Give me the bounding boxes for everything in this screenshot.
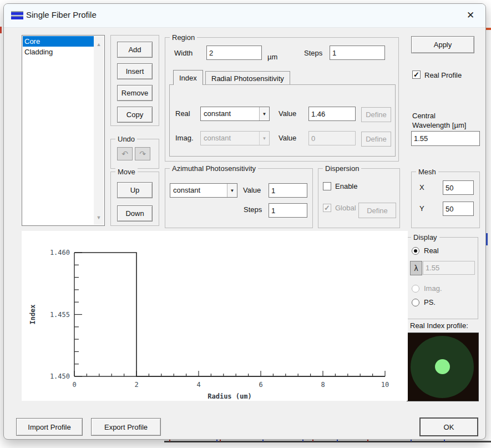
- real-value-label: Value: [279, 109, 296, 118]
- copy-button[interactable]: Copy: [117, 107, 153, 123]
- azimuthal-group-label: Azimuthal Photosensitivity: [170, 164, 258, 173]
- lambda-button[interactable]: λ: [410, 261, 422, 275]
- redo-button[interactable]: ↷: [135, 147, 150, 160]
- mesh-x-label: X: [419, 183, 424, 192]
- azimuthal-steps-input[interactable]: [269, 203, 307, 218]
- steps-label: Steps: [304, 49, 322, 57]
- layer-list: Core Cladding ▲ ▼: [22, 35, 105, 226]
- svg-text:1.450: 1.450: [50, 373, 70, 380]
- dispersion-group-label: Dispersion: [323, 164, 361, 173]
- list-item[interactable]: Cladding: [23, 47, 96, 57]
- mesh-x-input[interactable]: [443, 180, 474, 195]
- import-profile-button[interactable]: Import Profile: [16, 418, 83, 436]
- display-group: Display Real λ Imag. PS.: [406, 237, 478, 319]
- azimuthal-steps-label: Steps: [244, 205, 262, 214]
- real-mode-combobox[interactable]: constant ▼: [200, 107, 270, 121]
- real-profile-checkbox[interactable]: ✓: [412, 71, 421, 79]
- tab-radial-photosensitivity[interactable]: Radial Photosensitivity: [205, 71, 290, 85]
- undo-group-label: Undo: [115, 135, 137, 143]
- dispersion-define-button[interactable]: Define: [358, 203, 396, 218]
- tab-index[interactable]: Index: [173, 70, 203, 85]
- export-profile-button[interactable]: Export Profile: [91, 418, 161, 436]
- svg-text:1.455: 1.455: [50, 311, 70, 319]
- azimuthal-value-label: Value: [243, 186, 261, 194]
- move-down-button[interactable]: Down: [117, 205, 153, 222]
- insert-button[interactable]: Insert: [117, 63, 153, 79]
- width-input[interactable]: [206, 46, 262, 60]
- layer-actions-group: Add Insert Remove Copy: [110, 35, 159, 126]
- svg-text:0: 0: [72, 381, 76, 389]
- index-profile-chart-panel: 1.4501.4551.4600246810Radius (um)Index: [22, 231, 408, 401]
- dispersion-enable-label: Enable: [335, 182, 357, 190]
- svg-text:2: 2: [134, 381, 138, 389]
- undo-group: Undo ↶ ↷: [110, 139, 159, 169]
- central-wavelength-input[interactable]: [411, 131, 480, 146]
- azimuthal-value-input[interactable]: [269, 183, 307, 198]
- check-icon: ✓: [324, 204, 330, 212]
- real-value-input[interactable]: [308, 107, 356, 121]
- close-icon[interactable]: ✕: [462, 8, 479, 23]
- ok-button[interactable]: OK: [419, 417, 478, 436]
- remove-button[interactable]: Remove: [117, 85, 153, 101]
- dispersion-global-checkbox[interactable]: ✓: [323, 204, 331, 212]
- mesh-group: Mesh X Y: [411, 172, 480, 228]
- imag-value-input[interactable]: [308, 131, 356, 145]
- list-item[interactable]: Core: [23, 36, 96, 47]
- imag-define-button[interactable]: Define: [361, 132, 391, 147]
- move-group-label: Move: [115, 168, 138, 176]
- svg-text:8: 8: [321, 381, 325, 389]
- display-real-radio[interactable]: [412, 247, 419, 255]
- real-index-profile-image: [407, 333, 479, 401]
- combo-arrow-icon: ▼: [259, 132, 269, 145]
- azimuthal-photosensitivity-group: Azimuthal Photosensitivity constant ▼ Va…: [165, 168, 313, 228]
- index-tab-pane: Real constant ▼ Value Define Imag. const…: [169, 84, 396, 157]
- svg-text:1.460: 1.460: [50, 249, 70, 256]
- scroll-down-icon[interactable]: ▼: [94, 215, 104, 220]
- lambda-icon: λ: [414, 264, 418, 273]
- svg-text:4: 4: [196, 381, 200, 389]
- redo-icon: ↷: [139, 149, 146, 158]
- dispersion-global-label: Global: [335, 204, 356, 212]
- background-artifact-right-blue: [486, 233, 488, 245]
- scroll-up-icon[interactable]: ▲: [94, 42, 104, 47]
- real-profile-label: Real Profile: [424, 71, 462, 79]
- combo-arrow-icon[interactable]: ▼: [259, 107, 269, 120]
- display-imag-radio[interactable]: [412, 285, 419, 293]
- mesh-y-input[interactable]: [443, 202, 474, 216]
- dispersion-enable-checkbox[interactable]: [323, 182, 331, 190]
- svg-text:Index: Index: [29, 304, 37, 324]
- display-ps-radio[interactable]: [412, 299, 419, 306]
- app-icon: [11, 11, 23, 20]
- combo-arrow-icon[interactable]: ▼: [227, 184, 237, 197]
- display-wavelength-input[interactable]: [423, 261, 475, 275]
- title-bar: Single Fiber Profile ✕: [4, 4, 485, 28]
- width-unit-label: µm: [267, 53, 277, 61]
- azimuthal-mode-combobox[interactable]: constant ▼: [170, 183, 237, 198]
- add-button[interactable]: Add: [117, 42, 153, 58]
- dispersion-group: Dispersion Enable ✓ Global Define: [318, 168, 400, 228]
- azimuthal-mode-value: constant: [173, 186, 200, 194]
- width-label: Width: [174, 49, 193, 57]
- svg-text:Radius (um): Radius (um): [207, 392, 251, 400]
- move-up-button[interactable]: Up: [117, 182, 153, 198]
- list-scrollbar[interactable]: ▲ ▼: [94, 36, 104, 225]
- display-group-label: Display: [411, 233, 439, 241]
- imag-label: Imag.: [175, 134, 194, 142]
- imag-mode-combobox[interactable]: constant ▼: [200, 131, 270, 145]
- index-profile-chart: 1.4501.4551.4600246810Radius (um)Index: [22, 231, 408, 401]
- screen: { "window": { "title": "Single Fiber Pro…: [0, 0, 491, 448]
- display-ps-label: PS.: [424, 298, 436, 306]
- undo-button[interactable]: ↶: [117, 147, 133, 160]
- display-imag-label: Imag.: [424, 284, 442, 293]
- real-define-button[interactable]: Define: [361, 107, 391, 122]
- imag-value-label: Value: [279, 134, 296, 142]
- display-real-label: Real: [424, 246, 439, 255]
- steps-input[interactable]: [330, 46, 385, 60]
- central-wavelength-label-line2: Wavelength [µm]: [412, 121, 466, 129]
- region-group-label: Region: [170, 33, 197, 42]
- check-icon: ✓: [413, 71, 419, 78]
- svg-text:6: 6: [259, 381, 262, 389]
- real-label: Real: [175, 109, 190, 118]
- apply-button[interactable]: Apply: [411, 36, 474, 53]
- single-fiber-profile-dialog: Single Fiber Profile ✕ Core Cladding ▲ ▼…: [3, 3, 486, 440]
